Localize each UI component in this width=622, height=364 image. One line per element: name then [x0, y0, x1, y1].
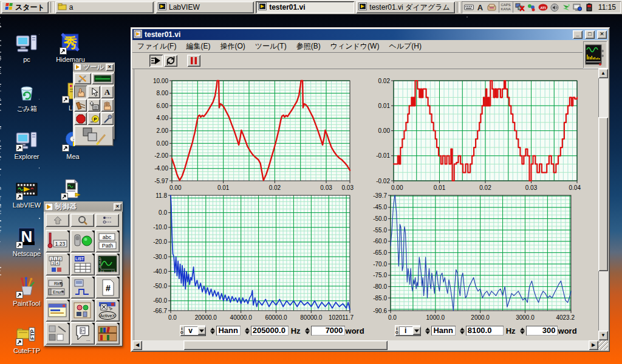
- controls-category-string[interactable]: abcPath: [95, 230, 120, 252]
- controls-category-graph[interactable]: 2100.01.0: [95, 253, 120, 275]
- folder-icon: [58, 2, 67, 12]
- scroll-down-button[interactable]: ▼: [598, 331, 608, 340]
- tool-set-color[interactable]: [74, 126, 114, 146]
- chevron-down-icon[interactable]: [412, 326, 421, 335]
- desktop-icon-explorer[interactable]: Explorer: [5, 130, 49, 160]
- taskbar-button-tester01-diagram[interactable]: tester01.vi ダイアグラム: [356, 1, 454, 13]
- run-button[interactable]: [149, 55, 163, 67]
- controls-category-select-control[interactable]: [95, 322, 120, 345]
- freq-value[interactable]: 205000.0: [251, 326, 289, 335]
- tool-position[interactable]: [87, 86, 100, 98]
- ime-pad-icon[interactable]: [487, 2, 497, 12]
- window-fn-spinner[interactable]: [210, 328, 216, 334]
- window-titlebar[interactable]: tester01.vi _ □ ✕: [132, 29, 608, 40]
- taskbar-button-tester01[interactable]: tester01.vi: [256, 1, 354, 13]
- menu-item-5[interactable]: ウィンドウ(W): [326, 40, 384, 53]
- controls-category-array[interactable]: 11234: [46, 253, 70, 275]
- scroll-up-button[interactable]: ▲: [598, 69, 608, 78]
- start-button[interactable]: スタート: [1, 1, 49, 13]
- freq-spinner[interactable]: [459, 328, 465, 334]
- tool-breakpoint[interactable]: [74, 112, 87, 125]
- tool-scroll[interactable]: [101, 99, 114, 112]
- controls-category-numeric[interactable]: 1.23: [46, 230, 70, 252]
- controls-category-list[interactable]: LIST: [70, 253, 95, 275]
- ati-icon[interactable]: ATI: [538, 2, 548, 12]
- users-icon[interactable]: [527, 2, 536, 12]
- words-value[interactable]: 7000: [311, 326, 345, 335]
- controls-category-activex[interactable]: ActiveX: [95, 299, 120, 322]
- tool-auto-tool[interactable]: [74, 73, 91, 84]
- palette-search-button[interactable]: [70, 214, 94, 227]
- desktop-icon-pc[interactable]: pc: [5, 33, 49, 63]
- desktop-icon-netscape[interactable]: N Netscape: [5, 227, 49, 257]
- taskbar-button-a[interactable]: a: [55, 1, 154, 13]
- scroll-left-button[interactable]: ◀: [132, 340, 142, 350]
- controls-category-io[interactable]: [70, 276, 95, 298]
- svg-text:#: #: [106, 283, 111, 293]
- close-button[interactable]: ✕: [597, 30, 607, 39]
- window-fn-value[interactable]: Hann: [431, 326, 456, 335]
- pause-button[interactable]: [187, 55, 200, 67]
- window-resize-grip[interactable]: [598, 340, 608, 350]
- desktop-icon-painttool[interactable]: PaintTool: [5, 277, 49, 307]
- vertical-scrollbar-thumb[interactable]: [598, 117, 608, 271]
- desktop-icon-cuteftp[interactable]: FTP CuteFTP: [5, 324, 49, 354]
- controls-category-daq[interactable]: [70, 299, 95, 322]
- tool-operate-value[interactable]: [74, 86, 87, 98]
- controls-category-boolean[interactable]: [70, 230, 95, 252]
- taskbar-button-labview[interactable]: LabVIEW: [156, 1, 254, 13]
- tool-edit-text[interactable]: A: [101, 86, 114, 98]
- menu-item-2[interactable]: 操作(O): [215, 40, 250, 53]
- freq-spinner[interactable]: [244, 328, 250, 334]
- words-spinner[interactable]: [519, 328, 525, 334]
- svg-text:-0.02: -0.02: [376, 178, 390, 184]
- freq-value[interactable]: 8100.0: [466, 326, 504, 335]
- controls-category-decorations[interactable]: [46, 322, 70, 345]
- controls-category-containers[interactable]: [46, 299, 70, 322]
- menu-item-0[interactable]: ファイル(F): [132, 40, 181, 53]
- desktop-icon-hidemaru[interactable]: 秀 Hidemaru: [49, 33, 92, 63]
- desktop-icon-gomibako[interactable]: ごみ箱: [5, 81, 49, 113]
- menu-item-4[interactable]: 参照(B): [292, 40, 326, 53]
- desktop-icon-labview[interactable]: LabVIEW: [5, 178, 49, 209]
- vertical-scrollbar[interactable]: ▲ ▼: [598, 69, 608, 340]
- tool-led-indicator[interactable]: [92, 73, 114, 84]
- palette-options-button[interactable]: [95, 214, 119, 227]
- display-icon[interactable]: [573, 2, 583, 12]
- controls-category-ring[interactable]: RingEnum: [46, 276, 70, 298]
- scroll-right-button[interactable]: ▶: [589, 340, 598, 350]
- tool-object-menu[interactable]: [87, 99, 100, 112]
- controls-category-refnum[interactable]: #: [95, 276, 120, 298]
- tool-get-color[interactable]: [101, 112, 114, 125]
- palette-up-button[interactable]: [46, 214, 69, 227]
- window-fn-spinner[interactable]: [425, 328, 431, 334]
- channel-selector-right[interactable]: IO i: [395, 325, 421, 336]
- tool-probe[interactable]: P: [87, 112, 100, 125]
- volume-icon[interactable]: [550, 2, 559, 12]
- maximize-button[interactable]: □: [585, 30, 595, 39]
- horizontal-scrollbar[interactable]: ◀ ▶: [132, 340, 598, 350]
- tool-wire[interactable]: [74, 99, 87, 112]
- keyboard-icon[interactable]: [464, 2, 474, 12]
- controls-palette-titlebar[interactable]: 制御器 ×: [44, 201, 123, 212]
- horizontal-scrollbar-thumb[interactable]: [183, 340, 388, 350]
- net-disconnect-icon[interactable]: [515, 2, 525, 12]
- controls-palette-close-icon[interactable]: ×: [114, 203, 121, 211]
- words-spinner[interactable]: [304, 328, 310, 334]
- tools-palette-titlebar[interactable]: ツール ×: [73, 62, 115, 72]
- tools-palette-close-icon[interactable]: ×: [106, 64, 114, 71]
- ime-a-icon[interactable]: A: [476, 2, 485, 12]
- chevron-down-icon[interactable]: [197, 326, 206, 335]
- menu-item-3[interactable]: ツール(T): [250, 40, 292, 53]
- controls-category-user-controls[interactable]: ...: [70, 322, 95, 345]
- words-value[interactable]: 300: [526, 326, 558, 335]
- menu-item-6[interactable]: ヘルプ(H): [384, 40, 426, 53]
- channel-selector-left[interactable]: IO v: [180, 325, 206, 336]
- menu-item-1[interactable]: 編集(E): [181, 40, 215, 53]
- green-util-icon[interactable]: [561, 2, 571, 12]
- minimize-button[interactable]: _: [573, 30, 583, 39]
- star: [0, 152, 1, 153]
- window-fn-value[interactable]: Hann: [216, 326, 241, 335]
- battery-icon[interactable]: [584, 2, 594, 12]
- run-continuous-button[interactable]: [164, 55, 177, 67]
